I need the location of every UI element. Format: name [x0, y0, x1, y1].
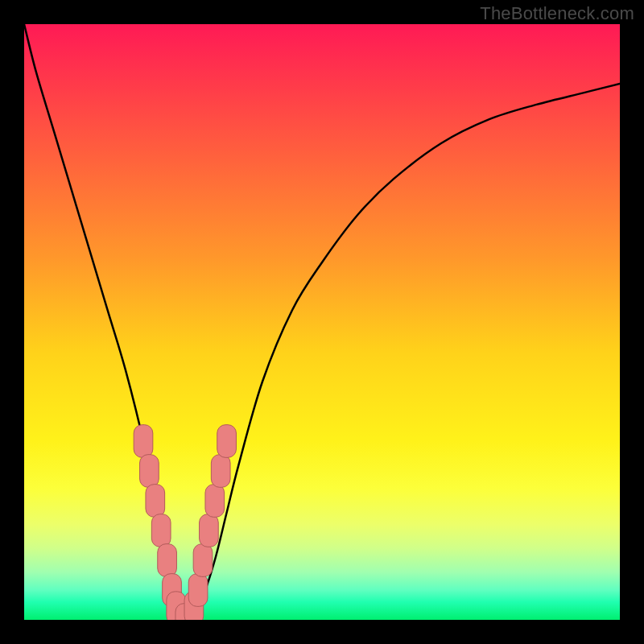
watermark-text: TheBottleneck.com: [480, 3, 634, 24]
curve-marker: [188, 574, 208, 607]
curve-marker: [193, 544, 213, 577]
curve-marker: [205, 485, 225, 518]
plot-area: [24, 24, 620, 620]
curve-marker: [200, 514, 219, 547]
curve-marker: [140, 455, 159, 488]
curve-marker: [151, 514, 171, 547]
chart-svg: [24, 24, 620, 620]
curve-marker: [146, 485, 165, 518]
chart-frame: TheBottleneck.com: [0, 0, 644, 644]
bottleneck-curve: [24, 24, 620, 620]
curve-markers: [134, 425, 236, 620]
curve-marker: [134, 425, 153, 458]
curve-marker: [217, 425, 237, 458]
curve-marker: [211, 455, 230, 488]
curve-marker: [158, 544, 177, 577]
